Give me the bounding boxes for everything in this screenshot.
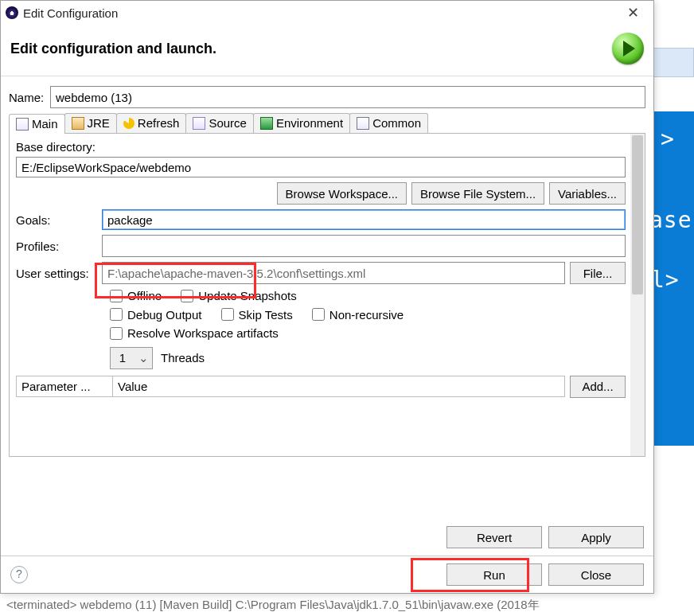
threads-spinner[interactable]: 1 ⌄ bbox=[110, 347, 153, 369]
tab-label: Common bbox=[372, 116, 421, 130]
main-tab-icon bbox=[16, 118, 29, 131]
checkbox-label: Non-recursive bbox=[329, 308, 404, 322]
goals-label: Goals: bbox=[16, 213, 102, 227]
checkbox-label: Resolve Workspace artifacts bbox=[127, 326, 279, 340]
run-hero-icon bbox=[612, 33, 644, 64]
debug-output-checkbox[interactable]: Debug Output bbox=[110, 308, 201, 322]
titlebar: Edit Configuration ✕ bbox=[1, 1, 653, 25]
base-directory-label: Base directory: bbox=[16, 140, 626, 154]
threads-value: 1 bbox=[111, 351, 135, 365]
tab-label: JRE bbox=[88, 116, 110, 130]
tab-common[interactable]: Common bbox=[349, 113, 428, 133]
user-settings-label: User settings: bbox=[16, 267, 102, 280]
checkbox-label: Update Snapshots bbox=[198, 289, 296, 302]
chevron-down-icon: ⌄ bbox=[135, 351, 152, 365]
variables-button[interactable]: Variables... bbox=[549, 182, 626, 205]
tab-label: Environment bbox=[276, 116, 343, 130]
tab-label: Source bbox=[209, 116, 247, 130]
checkbox-label: Skip Tests bbox=[239, 308, 293, 322]
close-icon[interactable]: ✕ bbox=[617, 4, 649, 21]
tab-refresh[interactable]: Refresh bbox=[116, 113, 187, 133]
eclipse-icon bbox=[6, 6, 18, 19]
common-tab-icon bbox=[357, 117, 369, 130]
profiles-input[interactable] bbox=[102, 235, 626, 257]
user-settings-input[interactable] bbox=[102, 262, 565, 284]
tab-label: Main bbox=[32, 117, 58, 131]
name-label: Name: bbox=[9, 91, 50, 104]
dialog-header: Edit configuration and launch. bbox=[1, 25, 653, 76]
background-toolbar bbox=[653, 48, 694, 77]
goals-input[interactable] bbox=[102, 209, 626, 230]
run-button[interactable]: Run bbox=[446, 563, 542, 586]
tab-jre[interactable]: JRE bbox=[64, 113, 117, 133]
base-directory-input[interactable] bbox=[16, 157, 626, 177]
tab-environment[interactable]: Environment bbox=[253, 113, 350, 133]
main-panel: Base directory: Browse Workspace... Brow… bbox=[9, 134, 645, 457]
resolve-workspace-checkbox[interactable]: Resolve Workspace artifacts bbox=[110, 326, 279, 340]
source-tab-icon bbox=[193, 117, 205, 130]
tab-main[interactable]: Main bbox=[9, 114, 65, 134]
non-recursive-checkbox[interactable]: Non-recursive bbox=[312, 308, 404, 322]
parameter-column-header: Parameter ... bbox=[17, 376, 113, 396]
profiles-label: Profiles: bbox=[16, 240, 102, 253]
threads-label: Threads bbox=[161, 351, 205, 365]
checkbox-label: Debug Output bbox=[127, 308, 201, 322]
revert-button[interactable]: Revert bbox=[446, 526, 542, 548]
console-output: <terminated> webdemo (11) [Maven Build] … bbox=[0, 595, 694, 616]
help-icon[interactable]: ? bbox=[10, 566, 28, 583]
tab-source[interactable]: Source bbox=[185, 113, 254, 133]
tab-bar: Main JRE Refresh Source Environment Comm… bbox=[9, 113, 645, 134]
panel-scrollbar[interactable] bbox=[630, 134, 645, 456]
name-input[interactable] bbox=[50, 86, 645, 108]
browse-filesystem-button[interactable]: Browse File System... bbox=[411, 182, 544, 205]
checkbox-label: Offline bbox=[127, 289, 162, 302]
close-button[interactable]: Close bbox=[548, 563, 644, 586]
parameter-table: Parameter ... Value bbox=[16, 376, 565, 397]
edit-configuration-dialog: Edit Configuration ✕ Edit configuration … bbox=[0, 0, 654, 594]
add-parameter-button[interactable]: Add... bbox=[570, 376, 626, 398]
value-column-header: Value bbox=[113, 376, 564, 396]
jre-tab-icon bbox=[72, 117, 84, 130]
dialog-heading: Edit configuration and launch. bbox=[10, 41, 612, 57]
update-snapshots-checkbox[interactable]: Update Snapshots bbox=[181, 289, 296, 302]
file-button[interactable]: File... bbox=[570, 262, 626, 284]
offline-checkbox[interactable]: Offline bbox=[110, 289, 162, 302]
environment-tab-icon bbox=[260, 117, 273, 130]
tab-label: Refresh bbox=[138, 116, 180, 130]
dialog-footer: ? Run Close bbox=[1, 556, 653, 593]
refresh-tab-icon bbox=[123, 118, 135, 129]
dialog-title: Edit Configuration bbox=[23, 6, 617, 20]
skip-tests-checkbox[interactable]: Skip Tests bbox=[221, 308, 293, 322]
apply-button[interactable]: Apply bbox=[548, 526, 644, 548]
browse-workspace-button[interactable]: Browse Workspace... bbox=[277, 182, 407, 205]
